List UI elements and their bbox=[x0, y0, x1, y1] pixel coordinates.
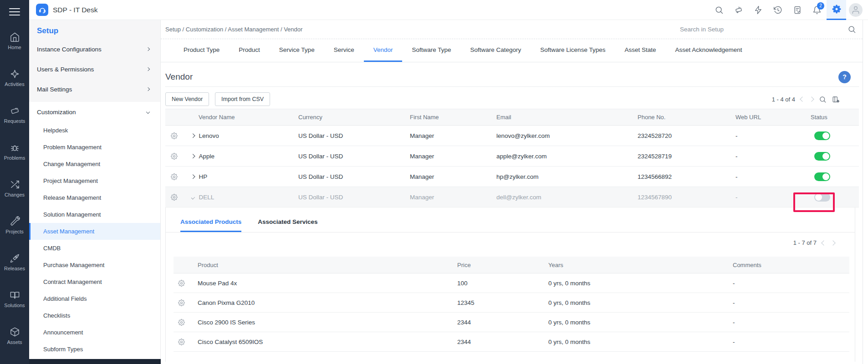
sidebar-item-subform-types[interactable]: Subform Types bbox=[29, 341, 160, 358]
vendor-expanded-panel: Associated Products Associated Services … bbox=[165, 207, 855, 362]
tab-associated-products[interactable]: Associated Products bbox=[180, 218, 241, 232]
expand-chevron-icon[interactable] bbox=[191, 154, 195, 158]
products-table-header: Product Price Years Comments bbox=[174, 257, 849, 273]
tab-service[interactable]: Service bbox=[324, 39, 364, 62]
sidebar-item-contract-management[interactable]: Contract Management bbox=[29, 273, 160, 290]
status-toggle-off[interactable] bbox=[814, 193, 830, 202]
sidebar-item-solution-management[interactable]: Solution Management bbox=[29, 206, 160, 223]
sidebar-item-cmdb[interactable]: CMDB bbox=[29, 240, 160, 257]
tab-asset-acknowledgement[interactable]: Asset Acknowledgement bbox=[665, 39, 751, 62]
product-row[interactable]: Canon Pixma G2010 12345 0 yrs, 0 months … bbox=[174, 293, 849, 313]
tab-product-type[interactable]: Product Type bbox=[174, 39, 229, 62]
sidebar-item-release-management[interactable]: Release Management bbox=[29, 189, 160, 206]
sidebar-item-project-management[interactable]: Project Management bbox=[29, 172, 160, 189]
vendor-email: dell@zylker.com bbox=[490, 194, 631, 201]
vendor-row-hp[interactable]: HP US Dollar - USD Manager hp@zylker.com… bbox=[165, 167, 859, 187]
sidebar-item-asset-management[interactable]: Asset Management bbox=[29, 223, 160, 240]
pagination-next-icon[interactable] bbox=[809, 96, 814, 101]
row-settings-gear-icon[interactable] bbox=[171, 153, 178, 160]
rail-item-activities[interactable]: Activities bbox=[0, 62, 29, 93]
product-name: Cisco 2900 IS Series bbox=[192, 319, 451, 326]
column-settings-icon[interactable] bbox=[832, 96, 840, 103]
sidebar-item-customization[interactable]: Customization bbox=[29, 102, 160, 122]
tab-software-type[interactable]: Software Type bbox=[402, 39, 460, 62]
search-in-setup-input[interactable] bbox=[679, 25, 843, 33]
sidebar-item-change-management[interactable]: Change Management bbox=[29, 156, 160, 172]
row-settings-gear-icon[interactable] bbox=[178, 339, 185, 345]
pagination-prev-icon[interactable] bbox=[800, 96, 805, 101]
vendor-row-lenovo[interactable]: Lenovo US Dollar - USD Manager lenovo@zy… bbox=[165, 126, 859, 146]
vendor-first-name: Manager bbox=[403, 173, 490, 180]
rocket-icon bbox=[10, 253, 20, 263]
row-settings-gear-icon[interactable] bbox=[171, 173, 178, 180]
rail-item-releases[interactable]: Releases bbox=[0, 247, 29, 278]
tab-software-license-types[interactable]: Software License Types bbox=[531, 39, 615, 62]
product-comments: - bbox=[727, 299, 849, 306]
rail-item-home[interactable]: Home bbox=[0, 25, 29, 56]
pagination-next-icon[interactable] bbox=[830, 240, 835, 245]
pagination-prev-icon[interactable] bbox=[821, 240, 826, 245]
row-settings-gear-icon[interactable] bbox=[178, 299, 185, 306]
col-vendor-name: Vendor Name bbox=[191, 114, 291, 121]
sidebar-item-checklists[interactable]: Checklists bbox=[29, 307, 160, 324]
user-avatar[interactable] bbox=[849, 3, 863, 17]
sidebar-item-users-permissions[interactable]: Users & Permissions bbox=[29, 59, 160, 79]
help-button[interactable]: ? bbox=[838, 71, 851, 83]
product-name: Cisco Catalyst 6509IOS bbox=[192, 339, 451, 345]
sidebar-item-helpdesk[interactable]: Helpdesk bbox=[29, 122, 160, 139]
rail-item-solutions[interactable]: Solutions bbox=[0, 283, 29, 314]
table-search-icon[interactable] bbox=[819, 96, 827, 103]
sidebar-item-mail-settings[interactable]: Mail Settings bbox=[29, 79, 160, 99]
product-row[interactable]: Cisco Catalyst 6509IOS 2344 0 yrs, 0 mon… bbox=[174, 332, 849, 352]
import-from-csv-button[interactable]: Import from CSV bbox=[215, 92, 270, 106]
approvals-icon[interactable] bbox=[787, 0, 807, 20]
add-request-icon[interactable] bbox=[729, 0, 748, 20]
expand-chevron-icon[interactable] bbox=[191, 133, 195, 137]
quick-actions-icon[interactable] bbox=[748, 0, 768, 20]
setup-gear-icon[interactable] bbox=[827, 0, 846, 20]
tab-associated-services[interactable]: Associated Services bbox=[258, 218, 317, 232]
scrollbar-gutter[interactable] bbox=[863, 20, 868, 364]
expand-chevron-icon[interactable] bbox=[191, 174, 195, 178]
vendor-currency: US Dollar - USD bbox=[291, 153, 403, 160]
tab-vendor[interactable]: Vendor bbox=[364, 39, 403, 62]
status-toggle-on[interactable] bbox=[814, 131, 830, 140]
rail-item-changes[interactable]: Changes bbox=[0, 173, 29, 204]
col-years: Years bbox=[542, 262, 727, 268]
row-settings-gear-icon[interactable] bbox=[178, 319, 185, 326]
vendor-row-apple[interactable]: Apple US Dollar - USD Manager apple@zylk… bbox=[165, 146, 859, 167]
history-icon[interactable] bbox=[768, 0, 787, 20]
rail-item-problems[interactable]: Problems bbox=[0, 136, 29, 167]
tab-asset-state[interactable]: Asset State bbox=[615, 39, 665, 62]
sidebar-item-purchase-management[interactable]: Purchase Management bbox=[29, 257, 160, 273]
breadcrumb[interactable]: Setup / Customization / Asset Management… bbox=[165, 26, 302, 33]
sidebar-item-instance-configurations[interactable]: Instance Configurations bbox=[29, 39, 160, 59]
sidebar-item-additional-fields[interactable]: Additional Fields bbox=[29, 290, 160, 307]
row-settings-gear-icon[interactable] bbox=[178, 280, 185, 287]
rail-item-projects[interactable]: Projects bbox=[0, 210, 29, 241]
product-row[interactable]: Mouse Pad 4x 100 0 yrs, 0 months - bbox=[174, 273, 849, 293]
row-settings-gear-icon[interactable] bbox=[171, 194, 178, 201]
sidebar-bottom-strip bbox=[29, 359, 161, 364]
product-name: Mouse Pad 4x bbox=[192, 280, 451, 287]
sidebar-item-announcement[interactable]: Announcement bbox=[29, 324, 160, 341]
new-vendor-button[interactable]: New Vendor bbox=[165, 92, 209, 106]
rail-item-requests[interactable]: Requests bbox=[0, 99, 29, 130]
status-toggle-on[interactable] bbox=[814, 152, 830, 161]
product-row[interactable]: Cisco 2900 IS Series 2344 0 yrs, 0 month… bbox=[174, 313, 849, 332]
search-icon[interactable] bbox=[848, 25, 856, 34]
sidebar-item-problem-management[interactable]: Problem Management bbox=[29, 139, 160, 156]
notifications-bell-icon[interactable]: 2 bbox=[807, 0, 827, 20]
global-search-icon[interactable] bbox=[709, 0, 729, 20]
tab-product[interactable]: Product bbox=[229, 39, 270, 62]
hamburger-menu-icon[interactable] bbox=[9, 6, 20, 14]
bug-icon bbox=[10, 142, 20, 153]
rail-item-assets[interactable]: Assets bbox=[0, 320, 29, 351]
col-email: Email bbox=[490, 114, 631, 121]
collapse-chevron-icon[interactable] bbox=[191, 195, 195, 199]
row-settings-gear-icon[interactable] bbox=[171, 132, 178, 139]
status-toggle-on[interactable] bbox=[814, 172, 830, 181]
vendor-row-dell-expanded[interactable]: DELL US Dollar - USD Manager dell@zylker… bbox=[165, 187, 859, 207]
tab-service-type[interactable]: Service Type bbox=[270, 39, 324, 62]
tab-software-category[interactable]: Software Category bbox=[461, 39, 531, 62]
